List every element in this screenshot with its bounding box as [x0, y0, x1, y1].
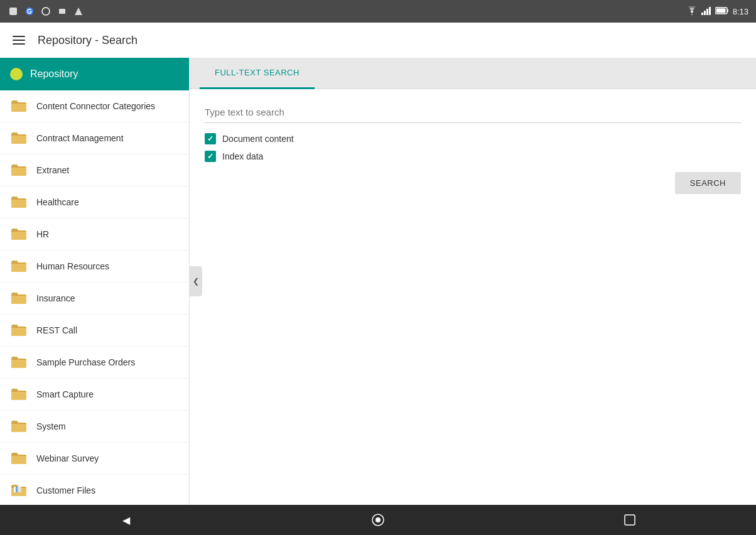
sidebar-header[interactable]: Repository	[0, 58, 189, 90]
search-input-container	[205, 102, 741, 123]
folder-icon	[10, 387, 28, 401]
sidebar-item-contract-management[interactable]: Contract Management	[0, 122, 189, 154]
svg-marker-5	[75, 8, 82, 15]
folder-icon	[10, 323, 28, 337]
app-icon-1	[8, 6, 19, 17]
sidebar-item-insurance[interactable]: Insurance	[0, 283, 189, 315]
svg-point-3	[42, 8, 50, 15]
sidebar-collapse-button[interactable]: ❮	[190, 266, 202, 296]
folder-icon	[10, 419, 28, 433]
document-content-label: Document content	[222, 134, 294, 144]
svg-rect-18	[625, 515, 635, 525]
wifi-icon	[686, 6, 698, 17]
folder-icon	[10, 291, 28, 305]
svg-rect-6	[701, 13, 703, 15]
sidebar-item-label: Extranet	[36, 165, 69, 175]
app-icon-3	[40, 6, 51, 17]
customer-files-icon	[10, 484, 28, 497]
bottom-nav: ◀	[0, 505, 756, 535]
index-data-label: Index data	[222, 151, 263, 161]
sidebar-item-label: System	[36, 421, 66, 431]
sidebar-item-hr[interactable]: HR	[0, 219, 189, 251]
sidebar-item-label: Healthcare	[36, 197, 79, 207]
search-panel: Document content Index data SEARCH	[190, 89, 756, 505]
sidebar-item-extranet[interactable]: Extranet	[0, 154, 189, 186]
svg-rect-9	[709, 7, 711, 15]
svg-text:G: G	[27, 8, 32, 15]
svg-rect-8	[706, 9, 708, 15]
sidebar-item-label: Content Connector Categories	[36, 101, 155, 111]
sidebar-item-label: Customer Files	[36, 485, 95, 495]
sidebar-item-webinar-survey[interactable]: Webinar Survey	[0, 443, 189, 475]
sidebar-header-label: Repository	[30, 68, 78, 80]
folder-icon	[10, 227, 28, 241]
sidebar-item-label: Webinar Survey	[36, 453, 99, 463]
sidebar-item-label: Contract Management	[36, 133, 124, 143]
document-content-checkbox[interactable]	[205, 133, 216, 144]
app-icon-2: G	[24, 6, 35, 17]
folder-icon	[10, 355, 28, 369]
sidebar-item-label: REST Call	[36, 325, 77, 335]
page-title: Repository - Search	[38, 34, 138, 47]
app-icon-4	[57, 6, 68, 17]
folder-icon	[10, 195, 28, 209]
sidebar-item-content-connector[interactable]: Content Connector Categories	[0, 90, 189, 122]
folder-icon	[10, 99, 28, 113]
tab-full-text-search[interactable]: FULL-TEXT SEARCH	[200, 58, 315, 89]
svg-rect-15	[18, 487, 21, 492]
svg-rect-7	[704, 11, 706, 15]
main-area: Repository Content Connector Categories …	[0, 58, 756, 505]
recents-button[interactable]	[615, 505, 645, 535]
sidebar-item-sample-purchase-orders[interactable]: Sample Purchase Orders	[0, 347, 189, 379]
folder-icon	[10, 451, 28, 465]
clock: 8:13	[733, 7, 748, 16]
svg-rect-0	[9, 8, 17, 15]
svg-rect-11	[727, 9, 728, 12]
svg-rect-4	[59, 9, 65, 14]
folder-icon	[10, 259, 28, 273]
signal-icon	[701, 6, 711, 17]
sidebar-item-smart-capture[interactable]: Smart Capture	[0, 379, 189, 411]
tab-bar: FULL-TEXT SEARCH	[190, 58, 756, 89]
top-bar: Repository - Search	[0, 23, 756, 58]
search-button[interactable]: SEARCH	[675, 172, 741, 194]
sidebar-item-healthcare[interactable]: Healthcare	[0, 186, 189, 219]
sidebar-item-label: Smart Capture	[36, 389, 94, 399]
sidebar-item-customer-files[interactable]: Customer Files	[0, 475, 189, 505]
folder-icon	[10, 131, 28, 145]
sidebar-item-human-resources[interactable]: Human Resources	[0, 251, 189, 283]
battery-icon	[715, 7, 729, 16]
search-btn-container: SEARCH	[205, 172, 741, 194]
home-button[interactable]	[363, 505, 393, 535]
sidebar-item-label: Insurance	[36, 293, 75, 303]
app-icon-5	[73, 6, 84, 17]
menu-button[interactable]	[10, 33, 28, 47]
status-bar: G	[0, 0, 756, 23]
content-area: FULL-TEXT SEARCH Document content Index …	[190, 58, 756, 505]
sidebar-item-label: Human Resources	[36, 261, 109, 271]
svg-point-17	[375, 517, 381, 522]
sidebar: Repository Content Connector Categories …	[0, 58, 190, 505]
back-button[interactable]: ◀	[111, 505, 141, 535]
index-data-row: Index data	[205, 151, 741, 162]
folder-icon	[10, 163, 28, 177]
search-input[interactable]	[205, 102, 741, 122]
document-content-row: Document content	[205, 133, 741, 144]
sidebar-item-system[interactable]: System	[0, 411, 189, 443]
sidebar-item-rest-call[interactable]: REST Call	[0, 315, 189, 347]
status-bar-left: G	[8, 6, 84, 17]
status-bar-right: 8:13	[686, 6, 748, 17]
sidebar-item-label: Sample Purchase Orders	[36, 357, 135, 367]
svg-rect-12	[716, 8, 725, 13]
sidebar-item-label: HR	[36, 229, 49, 239]
repo-dot	[10, 68, 23, 80]
index-data-checkbox[interactable]	[205, 151, 216, 162]
